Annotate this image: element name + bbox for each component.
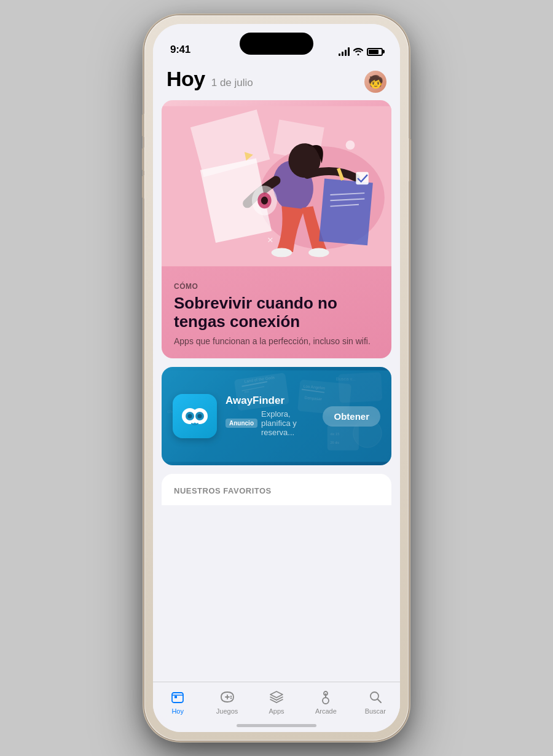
status-time: 9:41 [170, 44, 190, 56]
svg-text:dic 15: dic 15 [330, 432, 339, 436]
svg-rect-44 [172, 693, 183, 703]
search-icon [367, 688, 384, 706]
featured-illustration: × [162, 100, 391, 272]
ad-description: Explora, planifica y reserva... [261, 409, 314, 437]
ad-app-icon [173, 394, 217, 438]
featured-card-text: CÓMO Sobrevivir cuando no tengas conexió… [162, 272, 391, 358]
wifi-icon [353, 48, 363, 55]
apps-icon [268, 688, 285, 706]
arcade-icon [317, 688, 334, 706]
svg-point-17 [261, 197, 268, 205]
ad-badge-row: Anuncio Explora, planifica y reserva... [226, 409, 314, 437]
featured-title: Sobrevivir cuando no tengas conexión [174, 294, 379, 331]
svg-text:Busca v...: Busca v... [336, 376, 356, 382]
ad-badge: Anuncio [226, 419, 257, 428]
svg-point-43 [198, 414, 202, 419]
svg-rect-45 [175, 696, 177, 698]
featured-card[interactable]: × CÓMO Sobrevivir cuando no tengas conex… [162, 100, 391, 358]
main-content: Hoy 1 de julio 🧒 [153, 61, 400, 732]
tab-today-label: Hoy [171, 707, 184, 715]
get-button[interactable]: Obtener [323, 406, 380, 427]
tab-apps[interactable]: Apps [258, 688, 295, 715]
svg-point-42 [188, 414, 192, 419]
page-title: Hoy [167, 67, 205, 91]
svg-text:26 dic: 26 dic [330, 441, 339, 444]
featured-subtitle: Apps que funcionan a la perfección, incl… [174, 336, 379, 346]
page-header: Hoy 1 de julio 🧒 [153, 61, 400, 100]
section-title: NUESTROS FAVORITOS [174, 486, 379, 495]
ad-app-name: AwayFinder [226, 395, 314, 407]
svg-text:×: × [267, 234, 273, 246]
svg-point-50 [230, 698, 231, 699]
phone-frame: 9:41 [144, 15, 409, 741]
tab-arcade[interactable]: Arcade [307, 688, 344, 715]
ad-card[interactable]: Land of the Gods Los Angeles Denpasar in… [162, 367, 391, 465]
tab-search-label: Buscar [365, 707, 386, 715]
status-icons [339, 47, 383, 56]
svg-line-55 [377, 699, 381, 703]
section-header: NUESTROS FAVORITOS [162, 474, 391, 505]
tab-games-label: Juegos [216, 707, 238, 715]
featured-label: CÓMO [174, 282, 379, 291]
games-icon [219, 688, 236, 706]
svg-point-49 [230, 696, 231, 697]
svg-point-51 [323, 698, 329, 704]
svg-point-18 [346, 141, 355, 150]
svg-point-6 [272, 248, 292, 257]
phone-screen: 9:41 [153, 24, 400, 732]
today-icon [169, 688, 186, 706]
tab-games[interactable]: Juegos [209, 688, 246, 715]
dynamic-island [240, 33, 313, 55]
tab-search[interactable]: Buscar [357, 688, 394, 715]
ad-info: AwayFinder Anuncio Explora, planifica y … [226, 395, 314, 438]
scroll-area: × CÓMO Sobrevivir cuando no tengas conex… [153, 100, 400, 561]
tab-today[interactable]: Hoy [159, 688, 196, 715]
avatar[interactable]: 🧒 [364, 71, 386, 93]
page-date: 1 de julio [211, 77, 253, 89]
svg-text:inn: inn [244, 390, 249, 394]
svg-rect-9 [319, 178, 373, 245]
tab-apps-label: Apps [269, 707, 284, 715]
svg-point-7 [308, 248, 329, 257]
battery-icon [367, 48, 383, 56]
home-indicator [237, 724, 316, 727]
signal-icon [339, 47, 350, 56]
tab-arcade-label: Arcade [315, 707, 337, 715]
